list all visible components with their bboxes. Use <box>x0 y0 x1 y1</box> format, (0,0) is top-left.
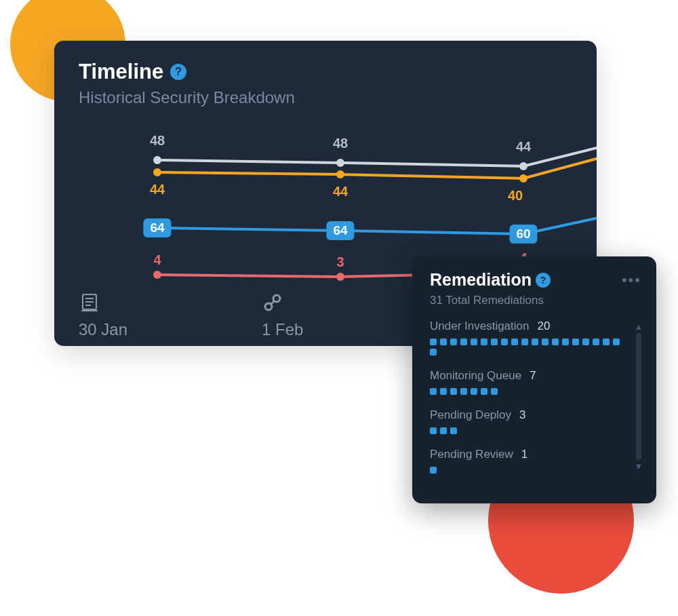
remed-label: Pending Review <box>430 448 513 461</box>
remed-value: 20 <box>537 320 550 333</box>
svg-point-18 <box>265 303 272 310</box>
remediation-list: Under Investigation 20 Monitoring Queue … <box>430 320 641 474</box>
chart-label-blue-1: 64 <box>326 221 354 240</box>
chart-label-grey-1: 48 <box>333 136 348 151</box>
scroll-track[interactable] <box>636 333 641 460</box>
remediation-card: Remediation ? ••• 31 Total Remediations … <box>412 256 656 503</box>
remed-item-pending-review: Pending Review 1 <box>430 448 629 474</box>
svg-point-1 <box>336 159 344 167</box>
remed-item-monitoring-queue: Monitoring Queue 7 <box>430 369 629 395</box>
help-icon[interactable]: ? <box>170 64 186 80</box>
link-icon <box>262 290 283 315</box>
scroll-up-icon[interactable]: ▲ <box>635 322 643 331</box>
timeline-title: Timeline <box>79 60 163 84</box>
svg-point-5 <box>519 174 527 182</box>
remed-dots <box>430 388 629 395</box>
chart-label-orange-1: 44 <box>333 184 348 199</box>
xaxis-label-1: 1 Feb <box>262 320 303 339</box>
scrollbar[interactable]: ▲ ▼ <box>635 322 643 471</box>
remed-item-pending-deploy: Pending Deploy 3 <box>430 408 629 434</box>
timeline-subtitle: Historical Security Breakdown <box>54 84 597 107</box>
svg-point-10 <box>336 273 344 281</box>
remed-value: 7 <box>530 369 536 383</box>
svg-point-4 <box>336 170 344 178</box>
chart-label-red-1: 3 <box>336 254 344 270</box>
scroll-down-icon[interactable]: ▼ <box>635 462 643 471</box>
remed-dots <box>430 339 629 355</box>
svg-line-19 <box>271 301 274 304</box>
help-icon[interactable]: ? <box>536 273 551 288</box>
remed-value: 3 <box>519 408 525 422</box>
remed-value: 1 <box>521 448 527 461</box>
more-icon[interactable]: ••• <box>622 271 641 289</box>
remed-label: Under Investigation <box>430 320 529 333</box>
chart-label-orange-2: 40 <box>508 188 523 204</box>
xaxis-col-0: 30 Jan <box>79 290 262 339</box>
svg-point-2 <box>519 162 527 170</box>
document-icon <box>79 290 100 315</box>
svg-point-3 <box>153 168 161 176</box>
chart-label-grey-0: 48 <box>150 133 165 149</box>
chart-label-grey-2: 44 <box>516 139 531 155</box>
remed-item-under-investigation: Under Investigation 20 <box>430 320 629 355</box>
svg-point-9 <box>153 271 161 279</box>
svg-point-17 <box>273 295 280 302</box>
remed-label: Pending Deploy <box>430 408 511 422</box>
svg-point-0 <box>153 156 161 164</box>
chart-label-blue-0: 64 <box>143 218 171 237</box>
chart-label-orange-0: 44 <box>150 182 165 197</box>
xaxis-label-0: 30 Jan <box>79 320 127 339</box>
chart-label-blue-2: 60 <box>509 225 537 244</box>
chart-label-red-0: 4 <box>153 252 161 268</box>
remed-label: Monitoring Queue <box>430 369 521 383</box>
remed-dots <box>430 427 629 434</box>
remediation-title: Remediation <box>430 270 532 290</box>
remediation-subtitle: 31 Total Remediations <box>430 294 641 307</box>
remed-dots <box>430 467 629 474</box>
